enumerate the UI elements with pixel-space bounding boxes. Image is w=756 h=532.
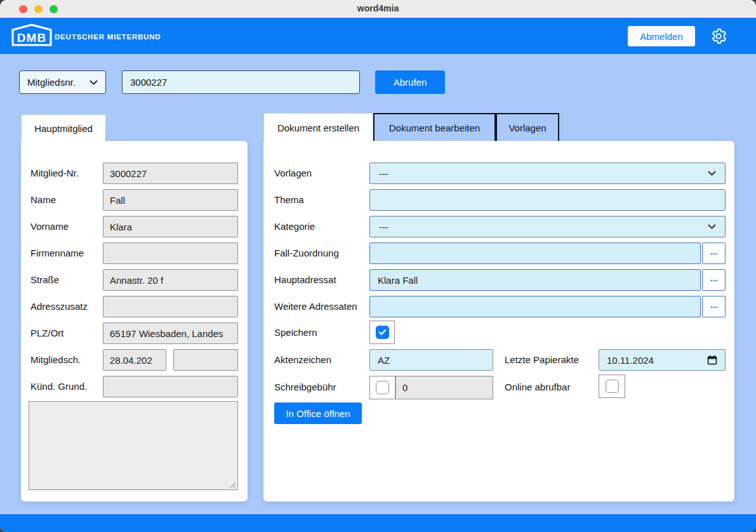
window-title: word4mia [0, 3, 756, 13]
logout-button[interactable]: Abmelden [628, 26, 695, 46]
field-label-mitglied-nr: Mitglied-Nr. [30, 163, 79, 184]
vorname-input[interactable] [103, 216, 238, 237]
vorlagen-select[interactable]: --- [369, 163, 726, 184]
chevron-down-icon [90, 80, 98, 85]
hauptadressat-browse-button[interactable]: ... [702, 269, 726, 291]
field-label-adresszusatz: Adresszusatz [30, 296, 88, 317]
field-label-schreibgebuehr: Schreibgebühr [274, 376, 336, 398]
kategorie-select[interactable]: --- [369, 216, 726, 237]
field-label-name: Name [30, 189, 56, 211]
plz-ort-input[interactable] [103, 323, 238, 344]
weitere-adressaten-browse-button[interactable]: ... [702, 296, 726, 317]
vorlagen-selected-value: --- [379, 168, 388, 179]
member-panel: Mitglied-Nr. Name Vorname Firmenname Str… [21, 141, 248, 502]
checkmark-icon [378, 329, 387, 336]
name-input[interactable] [103, 189, 238, 211]
field-label-online-abrufbar: Online abrufbar [505, 376, 570, 398]
thema-input[interactable] [369, 189, 726, 211]
dmb-logo-icon: DMB [11, 22, 52, 48]
field-label-mitgliedschaft: Mitgliedsch. [30, 349, 81, 371]
schreibgebuehr-checkbox[interactable] [370, 376, 396, 399]
chevron-down-icon [708, 171, 716, 176]
aktenzeichen-input[interactable] [369, 349, 493, 371]
field-label-fall-zuordnung: Fall-Zuordnung [274, 243, 339, 264]
weitere-adressaten-input[interactable] [369, 296, 701, 317]
field-label-vorname: Vorname [30, 216, 69, 237]
kuend-grund-input[interactable] [103, 376, 238, 397]
field-label-aktenzeichen: Aktenzeichen [274, 349, 331, 371]
schreibgebuehr-field-group: 0 [369, 376, 493, 399]
calendar-icon[interactable] [707, 355, 717, 365]
footer-bar [0, 514, 756, 532]
tab-dokument-bearbeiten[interactable]: Dokument bearbeiten [373, 113, 496, 141]
field-label-letzte-papierakte: Letzte Papierakte [505, 349, 579, 371]
field-label-plz-ort: PLZ/Ort [30, 323, 64, 344]
strasse-input[interactable] [103, 269, 238, 291]
field-label-weitere-adressaten: Weitere Adressaten [274, 296, 357, 317]
app-window: word4mia DMB DEUTSCHER MIETERBUND Abmeld… [0, 0, 756, 532]
fetch-button[interactable]: Abrufen [375, 70, 445, 94]
letzte-papierakte-date-input[interactable]: 10.11.2024 [599, 349, 726, 371]
tab-hauptmitglied[interactable]: Hauptmitglied [21, 114, 106, 142]
svg-text:DMB: DMB [17, 31, 46, 44]
field-label-speichern: Speichern [274, 322, 317, 343]
member-notes-textarea[interactable] [29, 401, 238, 490]
firmenname-input[interactable] [103, 243, 238, 264]
chevron-down-icon [708, 224, 716, 229]
field-label-kuend-grund: Künd. Grund. [30, 376, 87, 397]
search-type-label: Mitgliedsnr. [27, 77, 76, 88]
mitgliedschaft-von-input[interactable] [103, 349, 166, 371]
field-label-vorlagen: Vorlagen [274, 163, 312, 184]
member-number-search-input[interactable] [122, 70, 360, 94]
adresszusatz-input[interactable] [103, 296, 238, 317]
date-value: 10.11.2024 [607, 355, 654, 366]
search-type-select[interactable]: Mitgliedsnr. [19, 70, 106, 94]
field-label-kategorie: Kategorie [274, 216, 315, 237]
titlebar: word4mia [0, 0, 756, 18]
online-abrufbar-checkbox[interactable] [599, 375, 625, 398]
document-panel: Vorlagen --- Thema Kategorie --- Fall-Zu… [263, 141, 734, 502]
mitgliedschaft-bis-input[interactable] [173, 349, 238, 371]
kategorie-selected-value: --- [379, 222, 388, 232]
speichern-checkbox[interactable] [369, 321, 395, 344]
field-label-hauptadressat: Hauptadressat [274, 269, 336, 291]
tab-vorlagen[interactable]: Vorlagen [496, 113, 559, 141]
schreibgebuehr-amount-input[interactable]: 0 [396, 376, 493, 399]
field-label-thema: Thema [274, 189, 304, 211]
field-label-firmenname: Firmenname [30, 243, 84, 264]
fall-zuordnung-input[interactable] [369, 243, 701, 264]
fall-zuordnung-browse-button[interactable]: ... [702, 243, 726, 264]
app-header: DMB DEUTSCHER MIETERBUND Abmelden [0, 18, 756, 54]
brand-name: DEUTSCHER MIETERBUND [55, 33, 161, 41]
tab-dokument-erstellen[interactable]: Dokument erstellen [263, 113, 373, 142]
hauptadressat-input[interactable] [369, 269, 701, 291]
settings-gear-icon[interactable] [710, 27, 727, 45]
open-in-office-button[interactable]: In Office öffnen [274, 402, 362, 424]
field-label-strasse: Straße [30, 269, 59, 291]
mitglied-nr-input[interactable] [103, 163, 238, 184]
